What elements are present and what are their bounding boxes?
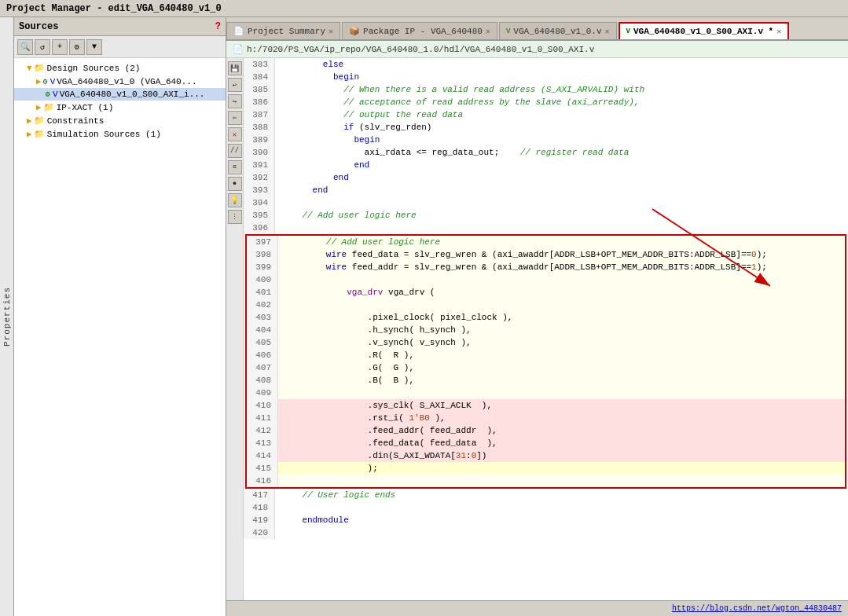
save-btn[interactable]: 💾 bbox=[228, 61, 242, 75]
tab-package-ip-close[interactable]: ✕ bbox=[486, 27, 490, 36]
tab-vga-axi-close[interactable]: ✕ bbox=[776, 27, 781, 36]
code-line-384: 384 begin bbox=[244, 71, 848, 83]
comment-btn[interactable]: // bbox=[228, 144, 242, 158]
code-line-393: 393 end bbox=[244, 184, 848, 196]
code-line-400: 400 bbox=[247, 273, 845, 286]
code-line-408: 408 .B( B ), bbox=[247, 374, 845, 387]
tab-vga-top-close[interactable]: ✕ bbox=[605, 27, 610, 36]
code-line-416: 416 bbox=[247, 475, 845, 487]
code-line-403: 403 .pixel_clock( pixel_clock ), bbox=[247, 311, 845, 324]
code-line-409: 409 bbox=[247, 387, 845, 399]
tab-project-summary-icon: 📄 bbox=[233, 26, 244, 36]
code-line-383: 383 else bbox=[244, 58, 848, 71]
tab-package-ip[interactable]: 📦 Package IP - VGA_640480 ✕ bbox=[342, 22, 497, 39]
code-line-410: 410 .sys_clk( S_AXI_ACLK ), bbox=[247, 399, 845, 412]
highlighted-code-block: 397 // Add user logic here 398 wire feed… bbox=[245, 234, 846, 489]
title-bar: Project Manager - edit_VGA_640480_v1_0 bbox=[0, 0, 848, 17]
bottom-bar: https://blog.csdn.net/wgton_44830487 bbox=[226, 600, 848, 616]
refresh-btn[interactable]: ↺ bbox=[35, 39, 50, 55]
tab-project-summary-close[interactable]: ✕ bbox=[329, 27, 333, 36]
code-line-419: 419 endmodule bbox=[244, 514, 848, 526]
properties-sidebar: Properties bbox=[0, 17, 14, 616]
properties-label: Properties bbox=[2, 287, 12, 346]
tree-sim-sources[interactable]: ▶ 📁 Simulation Sources (1) bbox=[14, 127, 226, 141]
tab-package-ip-label: Package IP - VGA_640480 bbox=[363, 27, 483, 36]
tab-vga-axi-icon: V bbox=[626, 28, 630, 35]
bottom-url[interactable]: https://blog.csdn.net/wgton_44830487 bbox=[672, 604, 842, 613]
tree-ip-xact[interactable]: ▶ 📁 IP-XACT (1) bbox=[14, 101, 226, 114]
breakpoint-btn[interactable]: ● bbox=[228, 177, 242, 191]
code-line-396: 396 bbox=[244, 222, 848, 234]
code-editor[interactable]: 383 else 384 begin 385 // When there is … bbox=[244, 58, 848, 600]
sources-toolbar: 🔍 ↺ + ⚙ ▼ bbox=[14, 36, 226, 58]
tree-constraints[interactable]: ▶ 📁 Constraints bbox=[14, 114, 226, 127]
add-btn[interactable]: + bbox=[52, 39, 68, 55]
sources-tree: ▼ 📁 Design Sources (2) ▶ ⚙ V VGA_640480_… bbox=[14, 58, 226, 616]
tab-vga-top[interactable]: V VGA_640480_v1_0.v ✕ bbox=[499, 22, 617, 39]
tab-vga-top-icon: V bbox=[506, 28, 510, 35]
code-line-391: 391 end bbox=[244, 159, 848, 171]
indent-btn[interactable]: ≡ bbox=[228, 160, 242, 174]
code-line-389: 389 begin bbox=[244, 134, 848, 146]
code-line-418: 418 bbox=[244, 501, 848, 514]
delete-btn[interactable]: ✕ bbox=[228, 127, 242, 141]
tab-project-summary[interactable]: 📄 Project Summary ✕ bbox=[226, 22, 340, 39]
sources-help[interactable]: ? bbox=[215, 21, 221, 32]
code-line-394: 394 bbox=[244, 196, 848, 209]
code-line-390: 390 axi_rdata <= reg_data_out; // regist… bbox=[244, 146, 848, 159]
code-line-405: 405 .v_synch( v_synch ), bbox=[247, 336, 845, 349]
redo-btn[interactable]: ↪ bbox=[228, 94, 242, 108]
code-line-420: 420 bbox=[244, 526, 848, 539]
more-btn[interactable]: ▼ bbox=[86, 39, 102, 55]
filepath-text: h:/7020/PS_VGA/ip_repo/VGA_640480_1.0/hd… bbox=[247, 45, 594, 54]
title-text: Project Manager - edit_VGA_640480_v1_0 bbox=[6, 3, 222, 14]
code-line-402: 402 bbox=[247, 299, 845, 311]
code-line-417: 417 // User logic ends bbox=[244, 489, 848, 501]
lightbulb-btn[interactable]: 💡 bbox=[228, 193, 242, 207]
code-line-413: 413 .feed_data( feed_data ), bbox=[247, 437, 845, 449]
code-line-385: 385 // When there is a valid read addres… bbox=[244, 83, 848, 96]
tree-design-sources[interactable]: ▼ 📁 Design Sources (2) bbox=[14, 61, 226, 75]
code-line-387: 387 // output the read data bbox=[244, 108, 848, 121]
tab-vga-top-label: VGA_640480_v1_0.v bbox=[513, 27, 601, 36]
sources-header: Sources ? bbox=[14, 17, 226, 36]
cut-btn[interactable]: ✂ bbox=[228, 111, 242, 125]
tree-vga-top[interactable]: ▶ ⚙ V VGA_640480_v1_0 (VGA_640... bbox=[14, 75, 226, 88]
code-line-412: 412 .feed_addr( feed_addr ), bbox=[247, 424, 845, 437]
code-line-395: 395 // Add user logic here bbox=[244, 209, 848, 222]
tab-project-summary-label: Project Summary bbox=[248, 27, 325, 36]
code-line-392: 392 end bbox=[244, 171, 848, 184]
sources-title: Sources bbox=[19, 21, 58, 32]
tab-vga-axi-label: VGA_640480_v1_0_S00_AXI.v * bbox=[633, 27, 773, 36]
search-btn[interactable]: 🔍 bbox=[17, 39, 33, 55]
code-line-388: 388 if (slv_reg_rden) bbox=[244, 121, 848, 134]
editor-area: 📄 Project Summary ✕ 📦 Package IP - VGA_6… bbox=[226, 17, 848, 616]
filepath-bar: 📄 h:/7020/PS_VGA/ip_repo/VGA_640480_1.0/… bbox=[226, 41, 848, 58]
undo-btn[interactable]: ↩ bbox=[228, 78, 242, 92]
code-line-411: 411 .rst_i( 1'B0 ), bbox=[247, 412, 845, 424]
editor-toolbar-vert: 💾 ↩ ↪ ✂ ✕ // ≡ ● 💡 ⋮ bbox=[226, 58, 244, 600]
code-line-386: 386 // acceptance of read address by the… bbox=[244, 96, 848, 108]
more-vert-btn[interactable]: ⋮ bbox=[228, 210, 242, 224]
filepath-icon: 📄 bbox=[233, 44, 244, 54]
code-line-407: 407 .G( G ), bbox=[247, 361, 845, 374]
tree-vga-axi[interactable]: ⚙ V VGA_640480_v1_0_S00_AXI_i... bbox=[14, 88, 226, 101]
code-line-414: 414 .din(S_AXI_WDATA[31:0]) bbox=[247, 449, 845, 462]
code-line-406: 406 .R( R ), bbox=[247, 349, 845, 361]
sources-panel: Sources ? 🔍 ↺ + ⚙ ▼ ▼ 📁 Design Sources (… bbox=[14, 17, 226, 616]
tab-vga-axi[interactable]: V VGA_640480_v1_0_S00_AXI.v * ✕ bbox=[619, 22, 790, 39]
tab-bar: 📄 Project Summary ✕ 📦 Package IP - VGA_6… bbox=[226, 17, 848, 41]
code-line-404: 404 .h_synch( h_synch ), bbox=[247, 324, 845, 336]
code-line-399: 399 wire feed_addr = slv_reg_wren & (axi… bbox=[247, 261, 845, 273]
settings-btn[interactable]: ⚙ bbox=[69, 39, 85, 55]
code-line-415: 415 ); bbox=[247, 462, 845, 475]
code-line-401: 401 vga_drv vga_drv ( bbox=[247, 286, 845, 299]
tab-package-ip-icon: 📦 bbox=[349, 26, 360, 36]
editor-layout: 💾 ↩ ↪ ✂ ✕ // ≡ ● 💡 ⋮ bbox=[226, 58, 848, 600]
code-line-397: 397 // Add user logic here bbox=[247, 236, 845, 248]
code-line-398: 398 wire feed_data = slv_reg_wren & (axi… bbox=[247, 248, 845, 261]
